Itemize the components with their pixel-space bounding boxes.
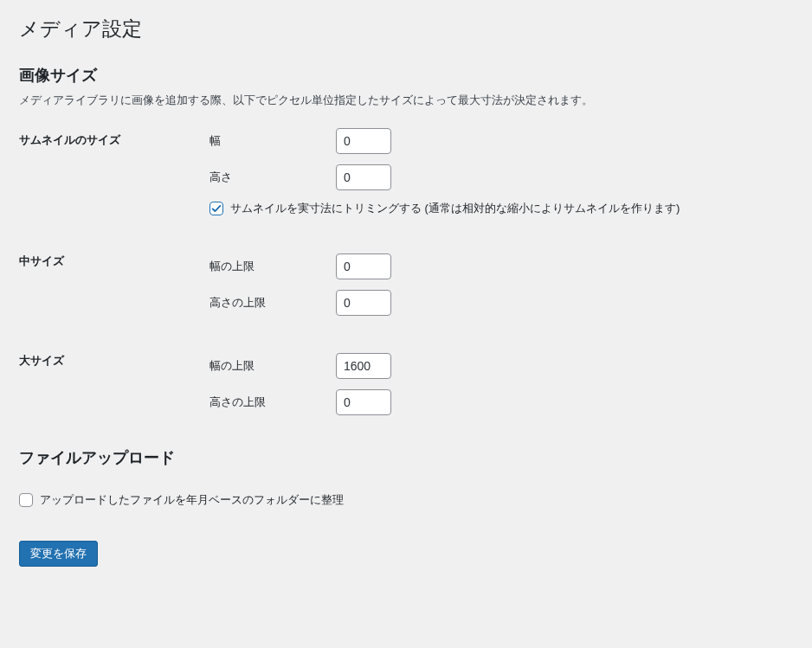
thumbnail-crop-label: サムネイルを実寸法にトリミングする (通常は相対的な縮小によりサムネイルを作りま… bbox=[230, 201, 680, 216]
large-max-width-input[interactable] bbox=[336, 353, 391, 379]
medium-max-width-label: 幅の上限 bbox=[209, 259, 336, 274]
page-title: メディア設定 bbox=[19, 9, 795, 46]
medium-max-width-input[interactable] bbox=[336, 253, 391, 279]
section-heading-image-sizes: 画像サイズ bbox=[19, 65, 795, 86]
large-max-height-label: 高さの上限 bbox=[209, 395, 336, 410]
medium-max-height-label: 高さの上限 bbox=[209, 295, 336, 311]
thumbnail-width-input[interactable] bbox=[336, 128, 391, 154]
form-table-image-sizes: サムネイルのサイズ 幅 高さ サムネイルを実寸法にトリミングする bbox=[19, 115, 795, 428]
large-max-width-label: 幅の上限 bbox=[209, 358, 336, 374]
large-max-height-input[interactable] bbox=[336, 389, 391, 415]
row-label-thumbnail: サムネイルのサイズ bbox=[19, 115, 209, 229]
upload-organize-checkbox[interactable] bbox=[19, 493, 33, 507]
thumbnail-height-label: 高さ bbox=[209, 170, 336, 185]
thumbnail-height-input[interactable] bbox=[336, 164, 391, 190]
section-desc-image-sizes: メディアライブラリに画像を追加する際、以下でピクセル単位指定したサイズによって最… bbox=[19, 93, 795, 108]
medium-max-height-input[interactable] bbox=[336, 290, 391, 316]
save-button[interactable]: 変更を保存 bbox=[19, 541, 98, 567]
thumbnail-width-label: 幅 bbox=[209, 133, 336, 149]
section-heading-upload: ファイルアップロード bbox=[19, 447, 795, 468]
thumbnail-crop-checkbox[interactable] bbox=[209, 202, 223, 215]
row-label-large: 大サイズ bbox=[19, 329, 209, 428]
check-icon bbox=[210, 202, 222, 215]
upload-organize-label: アップロードしたファイルを年月ベースのフォルダーに整理 bbox=[40, 492, 344, 508]
row-label-medium: 中サイズ bbox=[19, 229, 209, 329]
